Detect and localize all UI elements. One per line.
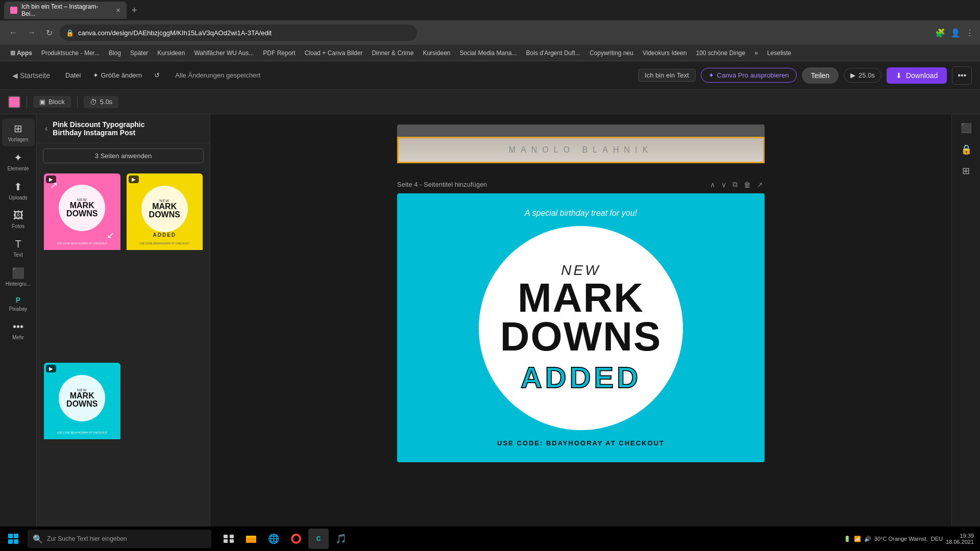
sidebar-item-mehr[interactable]: ••• Mehr xyxy=(2,317,35,344)
page-share-btn[interactable]: ↗ xyxy=(755,179,765,190)
download-icon: ⬇ xyxy=(896,71,902,80)
taskbar-icons: 🌐 ⭕ C 🎵 xyxy=(218,529,351,549)
back-btn[interactable]: ← xyxy=(6,26,20,39)
undo-btn[interactable]: ↺ xyxy=(149,69,165,81)
toolbar-separator2 xyxy=(77,96,78,108)
edge-icon[interactable]: 🌐 xyxy=(263,529,284,549)
bookmark-100[interactable]: 100 schöne Dinge xyxy=(692,48,749,58)
settings-icon[interactable]: ⋮ xyxy=(966,28,974,38)
thumb-yellow-inner: ▶ NEW MARK DOWNS ADDED USE CODE BDAYHOOR… xyxy=(127,173,203,250)
resize-menu[interactable]: ✦ Größe ändern xyxy=(88,69,147,81)
bookmark-leseliste[interactable]: » xyxy=(750,48,762,58)
page-4-canvas[interactable]: A special birthday treat for you! NEW MA… xyxy=(397,193,765,462)
bookmark-spaeter[interactable]: Später xyxy=(126,48,152,58)
tab-close-btn[interactable]: ✕ xyxy=(116,7,120,14)
right-panel-btn1[interactable]: ⬛ xyxy=(957,118,976,138)
bookmark-produktsuche[interactable]: Produktsuche - Mer... xyxy=(37,48,104,58)
right-panel-btn3[interactable]: ⊞ xyxy=(958,161,974,181)
right-panel-btn2[interactable]: 🔒 xyxy=(957,140,976,159)
bookmark-dinner[interactable]: Dinner & Crime xyxy=(368,48,418,58)
bookmark-video[interactable]: Videokurs Ideen xyxy=(639,48,691,58)
page-thumb-yellow[interactable]: ▶ NEW MARK DOWNS ADDED USE CODE BDAYHOOR… xyxy=(126,172,204,358)
start-button[interactable] xyxy=(2,528,24,550)
text-icon: T xyxy=(15,238,21,250)
profile-icon[interactable]: 👤 xyxy=(950,28,961,38)
page-thumb-teal[interactable]: ▶ NEW MARK DOWNS ADDED USE CODE BDAYHOOR… xyxy=(43,362,121,547)
sidebar-item-vorlagen[interactable]: ⊞ Vorlagen xyxy=(2,118,35,146)
manolo-text: MANOLO BLAHNIK xyxy=(509,145,653,155)
taskview-icon[interactable] xyxy=(218,529,239,549)
block-button[interactable]: ▣ Block xyxy=(33,96,71,108)
birthday-text: A special birthday treat for you! xyxy=(525,209,637,218)
svg-rect-9 xyxy=(246,537,256,543)
explorer-svg xyxy=(246,534,257,544)
share-button[interactable]: Teilen xyxy=(802,67,839,84)
sidebar-item-pixabay[interactable]: P Pixabay xyxy=(2,292,35,316)
page-up-btn[interactable]: ∧ xyxy=(708,179,717,190)
resize-icon: ✦ xyxy=(93,71,99,79)
yellow-added: ADDED xyxy=(153,232,176,238)
title-tag[interactable]: Ich bin ein Text xyxy=(638,69,695,82)
sidebar-item-text[interactable]: T Text xyxy=(2,234,35,262)
bookmark-kursideen[interactable]: Kursideen xyxy=(153,48,189,58)
elemente-label: Elemente xyxy=(7,166,29,171)
active-tab[interactable]: Ich bin ein Text – Instagram-Bei... ✕ xyxy=(4,2,127,19)
page-duplicate-btn[interactable]: ⧉ xyxy=(731,179,739,190)
page-delete-btn[interactable]: 🗑 xyxy=(742,179,752,190)
chrome-svg: ⭕ xyxy=(290,533,302,544)
color-swatch[interactable] xyxy=(8,96,20,108)
canvas-scroll[interactable]: MANOLO BLAHNIK Seite 4 - Seitentitel hin… xyxy=(210,114,951,531)
extensions-icon[interactable]: 🧩 xyxy=(935,28,945,38)
teal-mark: MARK xyxy=(70,392,94,400)
svg-rect-6 xyxy=(224,539,228,543)
explorer-icon[interactable] xyxy=(241,529,261,549)
page-3-container: MANOLO BLAHNIK xyxy=(397,124,765,163)
panel-back-btn[interactable]: ‹ xyxy=(45,124,47,133)
save-status: Alle Änderungen gespeichert xyxy=(175,71,260,79)
more-options-button[interactable]: ••• xyxy=(952,66,972,85)
sidebar-item-fotos[interactable]: 🖼 Fotos xyxy=(2,206,35,233)
teal-code: USE CODE BDAYHOORAY AT CHECKOUT xyxy=(57,431,107,434)
sidebar: ⊞ Vorlagen ✦ Elemente ⬆ Uploads 🖼 Fotos … xyxy=(0,114,37,551)
bookmark-pdf[interactable]: PDF Report xyxy=(259,48,299,58)
clock-date: 18.06.2021 xyxy=(946,539,974,545)
pixabay-icon: P xyxy=(16,296,20,304)
time-display[interactable]: ▶ 25.0s xyxy=(844,68,881,83)
sidebar-item-hintergrund[interactable]: ⬛ Hintergru... xyxy=(2,263,35,291)
bookmark-leseliste2[interactable]: Leseliste xyxy=(763,48,795,58)
reload-btn[interactable]: ↻ xyxy=(43,26,56,40)
added-container: ADDED xyxy=(521,360,641,394)
spotify-icon[interactable]: 🎵 xyxy=(331,529,351,549)
bookmark-kursideen2[interactable]: Kursideen xyxy=(419,48,454,58)
bookmark-blog[interactable]: Blog xyxy=(105,48,125,58)
forward-btn[interactable]: → xyxy=(24,26,39,39)
bookmark-apps[interactable]: ⊞ Apps xyxy=(6,48,36,58)
download-button[interactable]: ⬇ Download xyxy=(887,67,947,84)
address-bar[interactable]: 🔒 canva.com/design/DAEhbzjcggM/KIh15LaV3… xyxy=(60,24,417,41)
element-toolbar: ▣ Block ⏱ 5.0s xyxy=(0,90,980,114)
canva-pro-btn[interactable]: ✦ Canva Pro ausprobieren xyxy=(701,68,797,83)
canva-taskbar-icon[interactable]: C xyxy=(308,529,329,549)
bookmark-copy[interactable]: Copywriting neu xyxy=(585,48,638,58)
bookmark-social[interactable]: Social Media Mana... xyxy=(455,48,521,58)
sidebar-item-elemente[interactable]: ✦ Elemente xyxy=(2,147,35,176)
pink-downs: DOWNS xyxy=(66,210,97,218)
page-down-btn[interactable]: ∨ xyxy=(720,179,728,190)
apply-pages-btn[interactable]: 3 Seiten anwenden xyxy=(43,148,204,163)
big-circle: NEW MARK DOWNS ADDED xyxy=(479,226,683,430)
bookmark-bois[interactable]: Bois d'Argent Duft... xyxy=(522,48,584,58)
sidebar-item-uploads[interactable]: ⬆ Uploads xyxy=(2,177,35,205)
file-menu[interactable]: Datei xyxy=(60,69,86,81)
home-button[interactable]: ◀ Startseite xyxy=(8,69,54,82)
bookmark-cload[interactable]: Cload + Canva Bilder xyxy=(301,48,367,58)
yellow-mark: MARK xyxy=(152,203,177,211)
chrome-icon[interactable]: ⭕ xyxy=(286,529,306,549)
taskbar-search[interactable]: 🔍 Zur Suche Text hier eingeben xyxy=(28,530,211,548)
page-thumb-pink[interactable]: ▶ NEW MARK DOWNS ADDED USE CODE BDAYHOOR… xyxy=(43,172,121,358)
panel-title-group: Pink Discount Typographic Birthday Insta… xyxy=(53,120,144,137)
bookmark-wahlfaecher[interactable]: Wahlfächer WU Aus... xyxy=(190,48,258,58)
time-button[interactable]: ⏱ 5.0s xyxy=(84,96,119,108)
thumb-teal-inner: ▶ NEW MARK DOWNS ADDED USE CODE BDAYHOOR… xyxy=(44,363,120,439)
svg-rect-7 xyxy=(230,539,234,543)
new-tab-btn[interactable]: + xyxy=(129,5,140,16)
